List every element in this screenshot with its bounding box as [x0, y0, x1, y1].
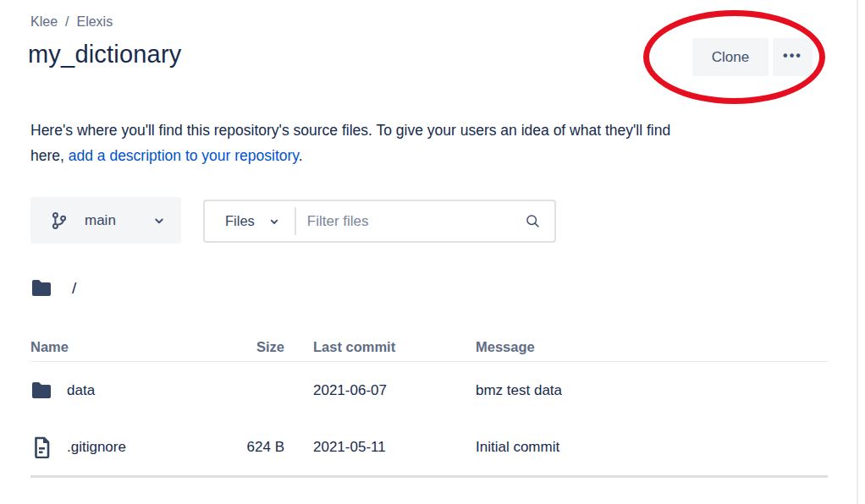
table-row-gitignore-file[interactable]: .gitignore 624 B 2021-05-11 Initial comm…	[30, 419, 828, 475]
breadcrumb-project-link[interactable]: Elexis	[76, 14, 113, 29]
filter-files-input[interactable]	[296, 201, 519, 241]
table-row-data-folder[interactable]: data 2021-06-07 bmz test data	[30, 362, 828, 419]
last-commit-cell: 2021-05-11	[284, 439, 445, 456]
filter-scope-value: Files	[225, 213, 255, 229]
file-name-link[interactable]: data	[67, 382, 95, 399]
more-options-button[interactable]: •••	[773, 38, 813, 76]
search-icon	[524, 212, 542, 230]
branch-selector-value: main	[85, 212, 116, 229]
breadcrumb: Klee/Elexis	[30, 14, 113, 30]
folder-icon	[30, 279, 52, 298]
file-size-cell: 624 B	[234, 439, 284, 456]
branch-selector[interactable]: main	[30, 197, 181, 244]
file-icon	[30, 436, 52, 458]
description-line2-prefix: here,	[30, 147, 69, 164]
breadcrumb-separator: /	[65, 14, 69, 29]
repository-description: Here's where you'll find this repository…	[30, 118, 670, 168]
column-header-name: Name	[30, 339, 234, 355]
repository-source-page: Klee/Elexis my_dictionary Clone ••• Here…	[0, 0, 865, 504]
folder-icon	[30, 381, 52, 400]
table-bottom-divider	[30, 475, 828, 478]
path-bar: /	[30, 279, 76, 298]
column-header-last-commit: Last commit	[284, 339, 445, 355]
column-header-message: Message	[445, 339, 828, 355]
column-header-size: Size	[234, 339, 284, 355]
description-period: .	[299, 147, 303, 164]
chevron-down-icon	[152, 213, 167, 228]
page-title: my_dictionary	[28, 41, 182, 68]
last-commit-cell: 2021-06-07	[284, 382, 445, 399]
file-name-link[interactable]: .gitignore	[67, 439, 126, 456]
filter-scope-dropdown[interactable]: Files	[205, 201, 295, 241]
root-path-link[interactable]: /	[72, 279, 76, 298]
git-branch-icon	[48, 211, 70, 230]
add-description-link[interactable]: add a description to your repository	[69, 147, 299, 164]
commit-message-cell: bmz test data	[445, 382, 828, 399]
content-edge-divider	[857, 0, 858, 504]
breadcrumb-owner-link[interactable]: Klee	[30, 14, 58, 29]
chevron-down-icon	[267, 215, 281, 228]
description-line1: Here's where you'll find this repository…	[30, 122, 670, 139]
clone-button[interactable]: Clone	[692, 38, 769, 76]
file-filter-box: Files	[203, 200, 556, 243]
file-table-header-row: Name Size Last commit Message	[30, 332, 828, 362]
commit-message-cell: Initial commit	[445, 439, 828, 456]
file-table: Name Size Last commit Message data 2021-…	[30, 332, 828, 478]
